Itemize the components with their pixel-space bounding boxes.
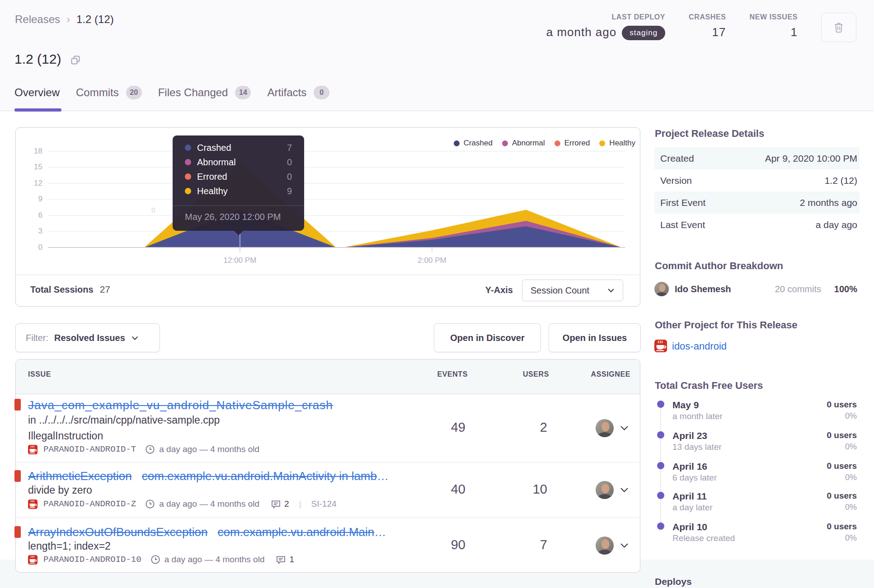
svg-text:0: 0 xyxy=(151,206,155,214)
